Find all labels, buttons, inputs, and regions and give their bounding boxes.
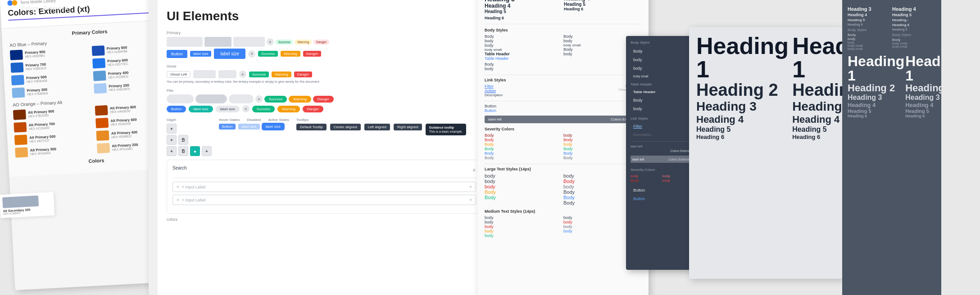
dark-filter-bar-value: Colors Extended [631, 149, 694, 152]
right-lh1-left: Heading 1 [848, 54, 904, 83]
dark-body-styles-label: Body Styles [631, 40, 694, 45]
typography-panel: Heading 3 Heading 4 Heading 5 Heading 6 … [477, 0, 649, 295]
search-placeholder-2: + Input Label [182, 198, 467, 202]
color-hex-primary-600: HEX #2077EC [108, 62, 128, 66]
color-info-alt-600: Alt Primary 600 HEX #D45200 [110, 117, 137, 126]
search-input-1[interactable]: + + Input Label + [172, 182, 476, 192]
success-button[interactable]: Success [258, 51, 278, 57]
body-text-2: body [485, 39, 563, 43]
tooltips-col: Tooltips Default Tooltip Center aligned … [296, 118, 466, 135]
ui-elements-title: UI Elements [167, 9, 482, 23]
body-small-1: body small [485, 48, 563, 52]
right-body-small: body small [848, 44, 891, 47]
dark-filter-bar-label: label left [631, 145, 694, 148]
large-heading-col-1: Heading 1 Heading 2 Heading 3 Heading 4 … [696, 34, 789, 140]
danger-button[interactable]: Danger [303, 51, 321, 57]
btn-type-col-1: Button Button [485, 104, 496, 113]
ui-elements-inner: UI Elements Primary + Success Warning Da… [158, 0, 491, 295]
color-swatch-alt-900 [13, 109, 26, 120]
large-text-col-1: body body body Body Body [485, 173, 563, 206]
large-body-warning: Body [485, 189, 563, 195]
primary-button[interactable]: Button [167, 50, 187, 58]
lh6-left: Heading 6 [696, 134, 789, 140]
lh1-right: Heading 1 [792, 34, 842, 81]
active-button[interactable]: label size [263, 124, 284, 130]
color-swatch-alt-600 [95, 118, 109, 128]
color-hex-primary-900: HEX #002B81 [25, 54, 45, 58]
right-lh2-left: Heading 2 [848, 83, 904, 94]
dark-filter-link[interactable]: Filter [631, 123, 694, 130]
glyph-btn-teal[interactable]: ● [190, 146, 200, 156]
svg-point-1 [12, 0, 18, 6]
dark-btn-accent: Button [631, 195, 694, 202]
glyph-btn-3[interactable]: B [178, 135, 188, 145]
medium-text-label: Medium Text Styles (14px) [485, 209, 641, 214]
severity-col-1: Body Body Body Body Body Body [485, 133, 563, 160]
right-lh5-left: Heading 5 [848, 108, 904, 114]
ghost-success[interactable]: Success [249, 72, 269, 77]
colors-extended-top-label: Colors—Extended [22, 5, 68, 11]
large-heading-panel: Heading 1 Heading 2 Heading 3 Heading 4 … [689, 27, 842, 279]
right-h5-center: Heading 5 [848, 18, 891, 22]
primary-button-lg[interactable]: label size [214, 49, 245, 59]
right-body-3: body [848, 41, 891, 44]
right-h5-right2: Heading 5 [892, 28, 936, 31]
action-link[interactable]: Action [485, 89, 563, 93]
ghost-danger[interactable]: Danger [294, 72, 312, 77]
color-swatch-primary-200 [94, 83, 107, 94]
hover-button[interactable]: Button [219, 124, 236, 130]
color-info-alt-300: Alt Primary 300 HEX #F0A84A [30, 147, 56, 156]
right-h4-left: Heading 4 [848, 13, 891, 17]
body-styles-section: Body Styles Body body body body small Ta… [485, 28, 641, 71]
color-swatch-alt-500 [14, 134, 27, 145]
secondary-200-color [2, 196, 39, 208]
ghost-left-button[interactable]: Ghost Left [167, 71, 191, 78]
ghost-warning[interactable]: Warning [272, 72, 291, 77]
tooltip-guidance-wrap: Guidance tooltip This is a basic example… [426, 124, 467, 135]
tooltip-row: Default Tooltip Center aligned Left alig… [296, 124, 466, 135]
glyph-btn-6[interactable]: + [202, 146, 212, 156]
filter-link[interactable]: Filter [485, 84, 563, 89]
glyph-btn-5[interactable]: B [178, 146, 188, 156]
glyph-row-1: + [167, 124, 212, 134]
heading-5-display: Heading 5 [485, 9, 562, 14]
heading-6-display: Heading 6 [485, 16, 562, 20]
primary-button-sm[interactable]: label size [190, 51, 211, 57]
search-input-2[interactable]: + + Input Label + [172, 195, 476, 205]
heading-col-2: Heading 4 Heading 5 Heading 6 [564, 0, 641, 20]
glyph-btn-4[interactable]: + [167, 146, 177, 156]
body-col-1: Body body body body small Table Header T… [485, 34, 563, 71]
right-lh6-left: Heading 6 [848, 114, 904, 118]
color-swatch-alt-800 [95, 105, 108, 116]
state-labels-row: Hover States Disabled Active States [219, 118, 289, 124]
tooltip-guidance-block: Guidance tooltip This is a basic example… [426, 124, 467, 135]
dark-items-list: Body Styles Body body body body small Ta… [631, 40, 694, 202]
color-swatch-alt-200 [97, 143, 110, 153]
lh3-right: Heading 3 [792, 100, 842, 114]
glyph-btn-1[interactable]: + [167, 124, 177, 134]
dark-divider [631, 141, 694, 142]
medium-text-col-1: body body body body body [485, 215, 563, 238]
search-section: Search + + + Input Label + + + Input Lab… [167, 160, 482, 214]
search-icon-1: + [177, 184, 179, 189]
right-body-r3: body small [892, 45, 936, 48]
primary-btn-row-main: Button label size label size + Success W… [167, 49, 482, 59]
glyph-btn-2[interactable]: + [167, 135, 177, 145]
search-divider [172, 178, 476, 178]
color-primary-500: Primary 500 HEX #3D8AE8 [11, 72, 91, 85]
pills-top-row: + Success Warning Danger [167, 94, 482, 103]
dark-bar: label left Colors Extended [631, 156, 694, 163]
body-grid: Body body body body small Table Header T… [485, 34, 641, 71]
color-primary-300: Primary 300 HEX #7EB4E8 [12, 84, 91, 98]
dark-table-label: Table Header [631, 82, 694, 86]
right-heading-dash: Heading - [892, 18, 936, 22]
color-swatch-primary-700 [10, 63, 23, 73]
right-body-1: Body [848, 33, 891, 37]
search-title: Search [172, 165, 187, 170]
right-panel-grid: Heading 3 Heading 4 Heading 5 Heading 6 … [848, 6, 936, 50]
right-lh3-right: Heading 3 [905, 94, 941, 102]
large-body-success: Body [485, 195, 563, 200]
right-dark-panel: Heading 3 Heading 4 Heading 5 Heading 6 … [842, 0, 941, 295]
warning-button[interactable]: Warning [281, 51, 300, 57]
med-body-3: body [485, 224, 563, 229]
